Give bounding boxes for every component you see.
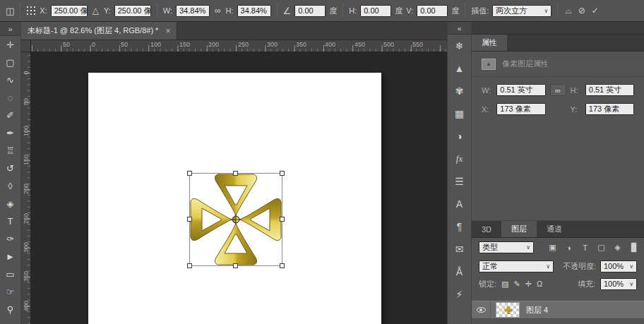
filter-gallery-icon[interactable]: ❄ — [448, 35, 471, 57]
character-icon[interactable]: A — [448, 193, 471, 215]
layer-filter-kind-dropdown[interactable]: 类型 ∨ — [479, 241, 534, 253]
tab-3d[interactable]: 3D — [472, 221, 501, 237]
prop-height-field[interactable]: 0.51 英寸 — [585, 84, 634, 96]
ruler-number: 150 — [23, 155, 30, 165]
prop-y-field[interactable]: 173 像素 — [585, 103, 634, 115]
pen-tool[interactable]: ✑ — [0, 230, 20, 248]
type-tool[interactable]: T — [0, 212, 20, 230]
warp-mode-icon[interactable]: ⌓ — [564, 6, 573, 16]
reference-grid-icon — [27, 6, 28, 8]
layer-comps-icon[interactable]: ☰ — [448, 170, 471, 193]
fill-label: 填充: — [578, 279, 595, 289]
layer-row[interactable]: ✚ 图层 4 — [472, 301, 644, 319]
lock-transparent-icon[interactable]: ▨ — [501, 280, 508, 289]
lasso-tool[interactable]: ∿ — [0, 71, 20, 89]
filter-smart-object-icon[interactable]: ◈ — [612, 243, 624, 252]
quick-selection-tool[interactable]: ◌ — [0, 89, 20, 107]
commit-transform-icon[interactable]: ✓ — [590, 6, 600, 16]
ruler-number: 50 — [121, 41, 128, 48]
rotation-field[interactable]: 0.00 — [294, 5, 326, 17]
interpolation-value: 两次立方 — [496, 6, 527, 16]
brushes-icon[interactable]: ✾ — [448, 80, 471, 102]
clone-stamp-tool[interactable]: ♖ — [0, 142, 20, 160]
lock-all-icon[interactable]: Ω — [537, 280, 542, 288]
photoshop-window: ◫ X: 250.00 像 △ Y: 250.00 像 W: 34.84% ∞ … — [0, 0, 644, 324]
layer-name[interactable]: 图层 4 — [526, 305, 548, 316]
paint-bucket-tool[interactable]: ◈ — [0, 195, 20, 212]
ruler-number: 100 — [23, 126, 30, 136]
prop-width-field[interactable]: 0.51 英寸 — [496, 84, 545, 96]
visibility-cell[interactable] — [472, 301, 491, 318]
pixel-layer-icon: ▲ — [482, 59, 496, 70]
histogram-icon[interactable]: ▲ — [448, 57, 471, 80]
move-tool[interactable]: ✛ — [0, 36, 20, 54]
blend-mode-dropdown[interactable]: 正常 ∨ — [479, 260, 554, 272]
styles-icon[interactable]: fx — [448, 148, 471, 170]
transform-handle-bottom[interactable] — [233, 263, 238, 268]
filter-type-icon[interactable]: T — [579, 244, 591, 252]
tab-channels[interactable]: 通道 — [537, 221, 572, 237]
eraser-tool[interactable]: ◊ — [0, 177, 20, 195]
path-selection-tool[interactable]: ► — [0, 248, 20, 265]
prop-x-field[interactable]: 173 像素 — [496, 103, 545, 115]
width-field[interactable]: 34.84% — [176, 5, 210, 17]
v-skew-field[interactable]: 0.00 — [417, 5, 448, 17]
cancel-transform-icon[interactable]: ⊘ — [577, 6, 587, 16]
h-skew-field[interactable]: 0.00 — [360, 5, 391, 17]
layer-thumbnail[interactable]: ✚ — [496, 302, 520, 318]
ruler-number: 150 — [179, 41, 190, 48]
ruler-number: 250 — [238, 41, 249, 48]
swatches-icon[interactable]: ▦ — [448, 102, 471, 125]
filter-adjustment-icon[interactable]: ◑ — [563, 244, 575, 252]
link-dimensions-icon[interactable]: ∞ — [213, 6, 222, 16]
horizontal-ruler: 50 0 50 100 150 200 250 300 350 400 450 … — [31, 40, 447, 52]
transform-handle-left[interactable] — [187, 217, 192, 222]
notes-icon[interactable]: ✉ — [448, 238, 471, 260]
fill-value: 100% — [604, 280, 624, 288]
measurement-log-icon[interactable]: ⚡ — [448, 283, 471, 306]
tab-layers[interactable]: 图层 — [501, 221, 537, 237]
transform-handle-top[interactable] — [233, 171, 238, 176]
transform-handle-right[interactable] — [280, 217, 285, 222]
interpolation-label: 插值: — [471, 6, 489, 16]
relative-position-button[interactable]: △ — [91, 6, 100, 16]
close-tab-icon[interactable]: × — [165, 26, 170, 36]
y-position-field[interactable]: 250.00 像 — [114, 5, 151, 17]
height-field[interactable]: 34.84% — [237, 5, 271, 17]
opacity-field[interactable]: 100% ∨ — [600, 260, 637, 272]
reference-point-locator[interactable] — [26, 6, 36, 16]
ruler-corner — [21, 40, 31, 52]
eyedropper-tool[interactable]: ✐ — [0, 107, 20, 124]
document-tab[interactable]: 未标题-1 @ 82.6% (图层 4, RGB/8#) * × — [21, 22, 177, 40]
canvas-viewport[interactable] — [31, 52, 447, 324]
document-tab-bar: 未标题-1 @ 82.6% (图层 4, RGB/8#) * × — [21, 22, 447, 40]
transform-handle-bottom-right[interactable] — [280, 263, 285, 268]
zoom-tool[interactable]: ⚲ — [0, 301, 20, 318]
brush-tool[interactable]: ✒ — [0, 124, 20, 142]
link-dimensions-icon[interactable]: ∞ — [550, 84, 566, 96]
paragraph-icon[interactable]: ¶ — [448, 215, 471, 238]
transform-handle-top-right[interactable] — [280, 171, 285, 176]
interpolation-dropdown[interactable]: 两次立方 ∨ — [492, 5, 551, 17]
transform-bounding-box[interactable] — [189, 173, 282, 266]
history-brush-tool[interactable]: ↺ — [0, 160, 20, 177]
rectangle-tool[interactable]: ▭ — [0, 265, 20, 283]
adjustments-icon[interactable]: ◑ — [448, 125, 471, 148]
transform-handle-bottom-left[interactable] — [187, 263, 192, 268]
hand-tool[interactable]: ☞ — [0, 283, 20, 301]
x-position-field[interactable]: 250.00 像 — [51, 5, 88, 17]
properties-panel: ▲ 像素图层属性 W: 0.51 英寸 ∞ H: 0.51 英寸 X: 173 … — [472, 52, 644, 221]
transform-handle-top-left[interactable] — [187, 171, 192, 176]
filter-pixel-icon[interactable]: ▣ — [547, 243, 559, 252]
lock-pixels-icon[interactable]: ✎ — [513, 280, 520, 289]
filter-shape-icon[interactable]: ▢ — [595, 243, 607, 252]
fill-field[interactable]: 100% ∨ — [600, 278, 637, 290]
angle-icon: ∠ — [283, 6, 292, 16]
filtering-toggle[interactable] — [631, 242, 637, 253]
tab-properties[interactable]: 属性 — [472, 35, 507, 51]
marquee-tool[interactable]: ▢ — [0, 54, 20, 71]
lock-position-icon[interactable]: ✛ — [525, 280, 532, 289]
character-styles-icon[interactable]: Å — [448, 260, 471, 283]
toolbar-collapse-button[interactable]: » — [0, 22, 20, 36]
expand-panels-button[interactable]: « — [448, 22, 471, 35]
